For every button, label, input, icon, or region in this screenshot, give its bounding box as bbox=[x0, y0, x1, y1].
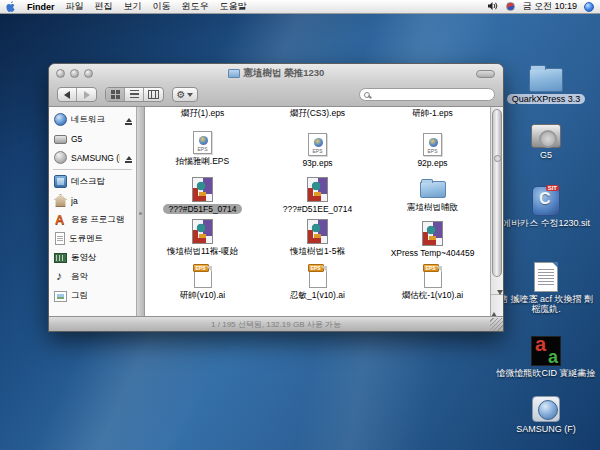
desktop-icon[interactable]: QuarkXPress 3.3 bbox=[494, 64, 598, 104]
desktop-icon[interactable]: G5 bbox=[494, 124, 598, 160]
sidebar-item[interactable]: 도큐멘트 bbox=[49, 229, 136, 248]
file-icon bbox=[309, 266, 327, 288]
minimize-button[interactable] bbox=[70, 69, 79, 78]
blue-sphere-icon[interactable] bbox=[584, 2, 594, 12]
desktop-icon[interactable]: 에바카스 수정1230.sit bbox=[494, 186, 598, 228]
desktop-icon-label: 에바카스 수정1230.sit bbox=[502, 218, 590, 228]
menu-bar: Finder 파일편집보기이동윈도우도움말 금 오전 10:19 bbox=[0, 0, 600, 14]
sidebar-item[interactable]: 네트워크 bbox=[49, 110, 136, 129]
zoom-button[interactable] bbox=[84, 69, 93, 78]
file-item[interactable]: 研帥(v10).ai bbox=[145, 259, 260, 303]
volume-icon[interactable] bbox=[488, 1, 499, 13]
action-menu-button[interactable]: ⚙ bbox=[172, 87, 198, 102]
sidebar-devices: 네트워크 G5 SAMSUNG (F) bbox=[49, 110, 136, 167]
search-input[interactable] bbox=[359, 88, 495, 101]
sidebar: 네트워크 G5 SAMSUNG (F) 데스크 bbox=[49, 107, 137, 316]
file-item[interactable]: ???#D51F5_0714 bbox=[145, 169, 260, 215]
sidebar-item[interactable]: 동영상 bbox=[49, 248, 136, 267]
file-item[interactable] bbox=[260, 303, 375, 316]
menu-item[interactable]: 보기 bbox=[124, 0, 142, 13]
file-item[interactable]: XPress Temp~404459 bbox=[375, 215, 490, 259]
forward-arrow-icon bbox=[84, 91, 94, 99]
file-label: XPress Temp~404459 bbox=[386, 248, 480, 258]
file-item[interactable]: 愯埴樹법1-5褓 bbox=[260, 215, 375, 259]
forward-button[interactable] bbox=[77, 88, 96, 101]
file-item[interactable] bbox=[375, 303, 490, 316]
file-label: 92p.eps bbox=[412, 158, 452, 168]
back-arrow-icon bbox=[60, 91, 70, 99]
gear-icon: ⚙ bbox=[177, 90, 186, 100]
file-label: 爓估梡-1(v10).ai bbox=[397, 290, 468, 302]
status-text: 1 / 195 선택됨, 132.19 GB 사용 가능 bbox=[211, 319, 341, 330]
sidebar-item[interactable]: G5 bbox=[49, 129, 136, 148]
sidebar-places: 데스크탑 ja 응용 프로그램 도큐멘트 동영상 bbox=[49, 172, 136, 305]
toolbar-toggle-button[interactable] bbox=[476, 70, 495, 78]
eject-icon[interactable] bbox=[124, 153, 133, 163]
file-label: ???#D51F5_0714 bbox=[163, 204, 241, 214]
menu-item[interactable]: 윈도우 bbox=[182, 0, 209, 13]
desktop-icon-image bbox=[534, 262, 558, 292]
file-icon bbox=[194, 266, 212, 288]
sidebar-item[interactable]: 데스크탑 bbox=[49, 172, 136, 191]
desktop-icon[interactable]: 愴微愴羆欥CID 寳綖畵捦 bbox=[494, 336, 598, 378]
desktop-icon[interactable]: 猪 揻喹愙 acf 坎換摺 劑 榣廆釚. bbox=[494, 262, 598, 315]
sidebar-item[interactable]: SAMSUNG (F) bbox=[49, 148, 136, 167]
icon-view-icon bbox=[111, 90, 120, 99]
file-item[interactable]: 研帥-1.eps bbox=[375, 107, 490, 121]
scrollbar-thumb[interactable] bbox=[492, 109, 502, 277]
file-item[interactable]: 爓孖(CS3).eps bbox=[260, 107, 375, 121]
resize-grip[interactable] bbox=[490, 318, 503, 331]
file-label: 拍惱雅唎.EPS bbox=[171, 156, 234, 168]
file-item[interactable]: 爓孖(1).eps bbox=[145, 107, 260, 121]
file-label: 93p.eps bbox=[297, 158, 337, 168]
column-view-button[interactable] bbox=[144, 88, 163, 101]
list-view-button[interactable] bbox=[125, 88, 144, 101]
desktop-icon[interactable]: SAMSUNG (F) bbox=[494, 396, 598, 434]
toolbar: ⚙ bbox=[49, 83, 503, 106]
icon-view-button[interactable] bbox=[106, 88, 125, 101]
korean-flag-input-icon[interactable] bbox=[506, 2, 515, 11]
file-icon bbox=[420, 181, 446, 198]
file-item[interactable]: 93p.eps bbox=[260, 121, 375, 169]
scrollbar-arrows[interactable] bbox=[491, 294, 503, 316]
menu-clock[interactable]: 금 오전 10:19 bbox=[522, 0, 577, 13]
sidebar-item[interactable]: 그림 bbox=[49, 286, 136, 305]
file-label: 憲埴樹법晡敃 bbox=[402, 202, 463, 214]
file-item[interactable]: 忍敏_1(v10).ai bbox=[260, 259, 375, 303]
sidebar-item[interactable]: ja bbox=[49, 191, 136, 210]
menu-item[interactable]: 이동 bbox=[153, 0, 171, 13]
file-item[interactable]: 92p.eps bbox=[375, 121, 490, 169]
sidebar-item-icon bbox=[54, 253, 67, 263]
desktop-icon-label: 愴微愴羆欥CID 寳綖畵捦 bbox=[497, 368, 596, 378]
menu-item[interactable]: 편집 bbox=[95, 0, 113, 13]
file-item[interactable]: 拍惱雅唎.EPS bbox=[145, 121, 260, 169]
vertical-scrollbar[interactable] bbox=[490, 107, 503, 316]
desktop-icon-image bbox=[532, 396, 560, 422]
sidebar-item[interactable]: 응용 프로그램 bbox=[49, 210, 136, 229]
file-item[interactable]: ???#D51EE_0714 bbox=[260, 169, 375, 215]
file-item[interactable]: 憲埴樹법晡敃 bbox=[375, 169, 490, 215]
file-item[interactable]: 愯埴樹법11褓-嗄始 bbox=[145, 215, 260, 259]
list-view-icon bbox=[130, 90, 139, 99]
menu-item[interactable]: 파일 bbox=[66, 0, 84, 13]
file-label: 爓孖(1).eps bbox=[176, 108, 229, 120]
sidebar-item-icon bbox=[54, 194, 67, 207]
sidebar-item[interactable]: 음악 bbox=[49, 267, 136, 286]
file-icon bbox=[193, 131, 212, 154]
sidebar-item-icon bbox=[54, 175, 67, 188]
menu-app-name[interactable]: Finder bbox=[27, 2, 55, 12]
apple-menu-icon[interactable] bbox=[6, 1, 16, 13]
navigation-buttons bbox=[57, 87, 97, 102]
menu-items: 파일편집보기이동윈도우도움말 bbox=[66, 0, 247, 13]
scroll-down-icon bbox=[497, 290, 503, 315]
back-button[interactable] bbox=[58, 88, 77, 101]
file-item[interactable] bbox=[145, 303, 260, 316]
menu-item[interactable]: 도움말 bbox=[220, 0, 247, 13]
sidebar-splitter[interactable] bbox=[137, 107, 145, 316]
title-bar[interactable]: 憲埴樹법 榮推1230 bbox=[49, 64, 503, 83]
desktop-icon-image bbox=[532, 186, 560, 216]
close-button[interactable] bbox=[56, 69, 65, 78]
desktop-icon-image bbox=[531, 336, 561, 366]
eject-icon[interactable] bbox=[124, 115, 133, 125]
file-item[interactable]: 爓估梡-1(v10).ai bbox=[375, 259, 490, 303]
